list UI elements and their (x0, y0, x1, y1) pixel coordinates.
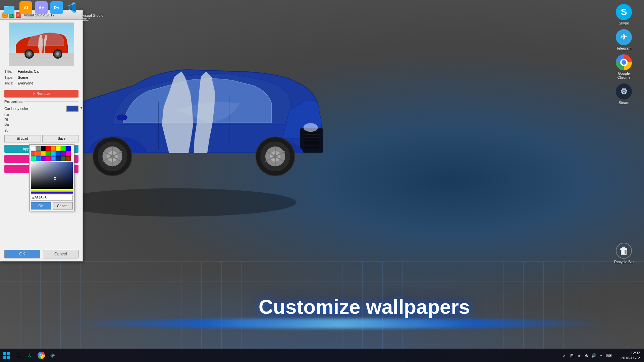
preset-rose[interactable] (46, 156, 51, 161)
section-divider (24, 101, 78, 102)
you-section: Yo (0, 127, 83, 134)
svg-rect-29 (9, 53, 74, 66)
folder-icon (3, 3, 15, 15)
preset-royalblue[interactable] (56, 151, 61, 156)
preset-darkgreen[interactable] (61, 156, 66, 161)
cancel-button[interactable]: Cancel (43, 250, 79, 258)
tags-label: Tags: (4, 80, 16, 86)
spotify-icon: ♫ (28, 352, 32, 359)
preset-skyblue[interactable] (36, 156, 41, 161)
remove-button[interactable]: ✕ Remove (4, 90, 78, 98)
preset-green[interactable] (61, 146, 66, 151)
preset-selected-blue[interactable] (51, 156, 56, 161)
file-explorer-icon: 🗂 (16, 352, 22, 359)
customize-wallpapers-text: Customize wallpapers (259, 295, 470, 318)
ok-button[interactable]: OK (4, 250, 40, 258)
preset-darkblue[interactable] (56, 156, 61, 161)
color-cancel-button[interactable]: Cancel (53, 202, 73, 209)
preset-blue[interactable] (66, 146, 71, 151)
tray-notifications[interactable]: □ (613, 353, 619, 359)
preset-cyan[interactable] (51, 151, 56, 156)
preset-gold[interactable] (41, 151, 46, 156)
picker-buttons: OK Cancel (31, 202, 73, 209)
photoshop-taskbar-icon[interactable]: Ps (50, 1, 63, 14)
desktop-icon-telegram[interactable]: ✈ Telegram (610, 28, 637, 52)
preset-darkorange[interactable] (36, 151, 41, 156)
chrome-label: Google Chrome (612, 71, 636, 79)
preset-yellow[interactable] (56, 146, 61, 151)
clock[interactable]: 12:32 2018-11-12 (621, 351, 640, 360)
svg-rect-42 (7, 356, 10, 359)
after-effects-taskbar-icon[interactable]: Ae (35, 1, 48, 14)
properties-section: Properties Car body color Ca Ri Ba (0, 100, 83, 127)
hue-slider[interactable] (31, 190, 73, 194)
car-body-color-row: Car body color (4, 106, 78, 112)
preset-purple[interactable] (61, 151, 66, 156)
svg-rect-41 (3, 356, 6, 359)
chrome-icon-img (616, 54, 632, 70)
car-preview-image (9, 22, 74, 66)
preset-white[interactable] (31, 146, 36, 151)
car-body-color-label: Car body color (4, 107, 29, 111)
telegram-label: Telegram (616, 46, 631, 50)
color-ok-button[interactable]: OK (31, 202, 51, 209)
taskbar: 🗂 ♫ ◈ ∧ ⊞ ◈ ⊕ 🔊 ⌁ ⌨ □ 12 (0, 349, 644, 362)
desktop-icon-skype[interactable]: S Skype (610, 3, 637, 26)
load-save-row: ⊞ Load ↓ Save (4, 135, 78, 142)
taskbar-chrome[interactable] (35, 349, 48, 362)
svg-point-35 (28, 52, 31, 56)
vs-label: Visual Studio2017 (82, 13, 103, 21)
vs-code-icon (67, 2, 77, 13)
svg-point-27 (117, 115, 127, 120)
taskbar-wallpaper-engine[interactable]: ◈ (48, 349, 58, 362)
load-button[interactable]: ⊞ Load (4, 135, 41, 142)
desktop-icon-chrome[interactable]: Google Chrome (610, 53, 637, 81)
preset-violet[interactable] (41, 156, 46, 161)
preset-lightred[interactable] (31, 151, 36, 156)
time-display: 12:32 (621, 351, 640, 355)
gradient-cursor (54, 177, 56, 180)
vscode-taskbar-icon[interactable] (66, 1, 78, 14)
skype-icon: S (616, 4, 632, 20)
hex-input[interactable] (31, 195, 73, 201)
tray-location[interactable]: ◈ (576, 353, 582, 359)
preset-mint[interactable] (31, 156, 36, 161)
start-button[interactable] (0, 349, 13, 362)
preset-gray[interactable] (36, 146, 41, 151)
chrome-taskbar-icon (38, 352, 45, 359)
gradient-picker[interactable] (31, 162, 73, 189)
steam-label: Steam (619, 101, 629, 105)
prop-row-ri: Ri (4, 118, 78, 122)
preset-magenta[interactable] (66, 151, 71, 156)
desktop-icon-steam[interactable]: ⚙ Steam (610, 82, 637, 106)
taskbar-file-explorer[interactable]: 🗂 (13, 349, 25, 362)
desktop-icon-recycle-bin[interactable]: 🗑 Recycle Bin (610, 241, 637, 265)
tray-audio[interactable]: 🔊 (591, 353, 597, 359)
preset-black[interactable] (41, 146, 46, 151)
ai-icon: Ai (24, 5, 28, 10)
illustrator-taskbar-icon[interactable]: Ai (19, 1, 32, 14)
save-button[interactable]: ↓ Save (42, 135, 79, 142)
tray-keyboard[interactable]: ⌨ (606, 353, 612, 359)
preset-orange[interactable] (51, 146, 56, 151)
windows-icon (3, 352, 10, 359)
preset-brown[interactable] (66, 156, 71, 161)
taskbar-spotify[interactable]: ♫ (25, 349, 35, 362)
date-display: 2018-11-12 (621, 356, 640, 360)
desktop-icons-container: S Skype ✈ Telegram Google Chrome ⚙ Steam… (604, 0, 644, 268)
tray-wifi[interactable]: ⊕ (584, 353, 590, 359)
preset-red[interactable] (46, 146, 51, 151)
ae-icon: Ae (39, 5, 44, 10)
tray-chevron[interactable]: ∧ (561, 353, 568, 359)
color-swatch-button[interactable] (66, 106, 78, 112)
preset-midgreen[interactable] (46, 151, 51, 156)
tray-battery[interactable]: ⌁ (598, 353, 604, 359)
svg-rect-39 (3, 352, 6, 355)
wallpaper-engine-icon: ◈ (50, 352, 55, 359)
recycle-bin-label: Recycle Bin (614, 260, 634, 264)
tray-network[interactable]: ⊞ (569, 353, 575, 359)
color-picker-popup: OK Cancel (29, 144, 74, 211)
type-value: Scene (18, 75, 28, 81)
desktop-file-explorer-icon[interactable] (1, 1, 17, 17)
taskbar-right: ∧ ⊞ ◈ ⊕ 🔊 ⌁ ⌨ □ 12:32 2018-11-12 (561, 351, 644, 360)
